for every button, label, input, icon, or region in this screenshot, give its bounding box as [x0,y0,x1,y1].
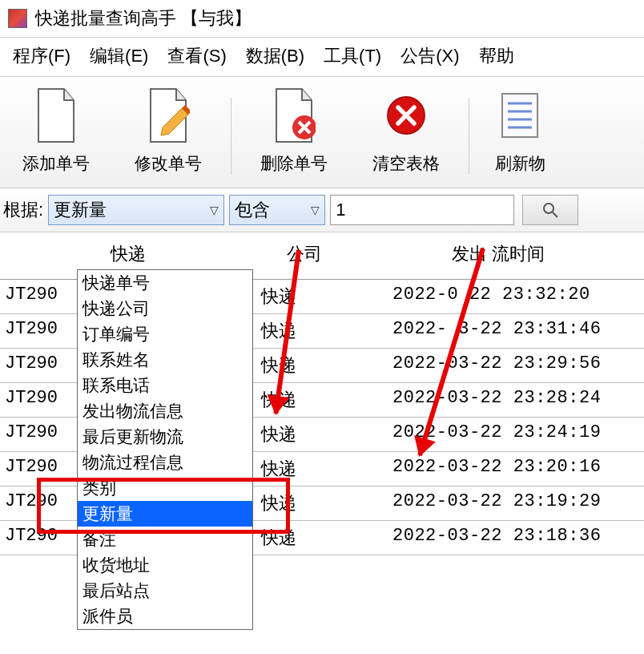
dropdown-item[interactable]: 收货地址 [78,552,252,578]
dropdown-item[interactable]: 派件员 [78,604,252,629]
menu-help[interactable]: 帮助 [474,42,519,70]
dropdown-item[interactable]: 联系姓名 [78,347,252,373]
cell-company: 快递 [256,319,352,343]
cell-company: 快递 [256,353,352,377]
filter-field-combo[interactable]: 更新量 ▽ [48,195,224,225]
btn-edit-label: 修改单号 [135,152,202,175]
th-company[interactable]: 公司 [256,242,352,266]
filter-bar: 根据: 更新量 ▽ 包含 ▽ [0,188,644,232]
cell-company: 快递 [256,491,352,515]
title-bar: 快递批量查询高手 【与我】 [0,0,644,37]
search-button[interactable] [522,195,578,225]
toolbar-separator-2 [469,98,469,175]
dropdown-item[interactable]: 更新量 [78,501,252,527]
filter-field-dropdown[interactable]: 快递单号快递公司订单编号联系姓名联系电话发出物流信息最后更新物流物流过程信息类别… [77,269,253,630]
svg-line-9 [553,212,557,217]
dropdown-item[interactable]: 订单编号 [78,321,252,347]
dropdown-item[interactable]: 类别 [78,475,252,501]
refresh-icon [494,83,545,147]
cell-company: 快递 [256,457,352,481]
svg-rect-3 [502,94,537,137]
dropdown-item[interactable]: 联系电话 [78,373,252,398]
menu-data[interactable]: 数据(B) [241,42,309,70]
dropdown-item[interactable]: 快递公司 [78,296,252,321]
cell-company: 快递 [256,422,352,446]
dropdown-item[interactable]: 最后更新物流 [78,424,252,450]
app-title: 快递批量查询高手 【与我】 [35,6,252,30]
clear-icon [380,83,432,147]
btn-add-order[interactable]: 添加单号 [0,83,112,175]
menu-program[interactable]: 程序(F) [8,42,75,70]
filter-field-value: 更新量 [54,198,107,222]
menu-edit[interactable]: 编辑(E) [85,42,153,70]
search-icon [542,202,558,218]
cell-company: 快递 [256,388,352,412]
cell-time: 2022- 3-22 23:31:46 [352,319,644,343]
btn-clear-label: 清空表格 [372,152,440,175]
btn-delete-label: 删除单号 [260,152,328,175]
cell-time: 2022-03-22 23:20:16 [352,457,644,481]
chevron-down-icon: ▽ [311,204,320,216]
toolbar-separator [231,98,231,175]
cell-time: 2022-03-22 23:19:29 [352,491,644,515]
chevron-down-icon: ▽ [210,204,219,216]
menu-bar: 程序(F) 编辑(E) 查看(S) 数据(B) 工具(T) 公告(X) 帮助 [0,37,644,76]
menu-view[interactable]: 查看(S) [163,42,231,70]
filter-text-input[interactable] [330,195,514,225]
btn-refresh[interactable]: 刷新物 [476,83,564,175]
filter-op-value: 包含 [235,198,270,222]
btn-clear-table[interactable]: 清空表格 [350,83,462,175]
btn-refresh-label: 刷新物 [495,152,545,175]
dropdown-item[interactable]: 物流过程信息 [78,450,252,475]
cell-company: 快递 [256,285,352,309]
dropdown-item[interactable]: 备注 [78,527,252,552]
menu-notice[interactable]: 公告(X) [396,42,464,70]
app-icon [8,9,27,28]
page-add-icon [30,83,82,147]
cell-time: 2022-03-22 23:28:24 [352,388,644,412]
dropdown-item[interactable]: 快递单号 [78,270,252,296]
th-id[interactable]: 快递 [0,242,256,266]
btn-delete-order[interactable]: 删除单号 [238,83,350,175]
th-time[interactable]: 发出 流时间 [352,242,644,266]
dropdown-item[interactable]: 最后站点 [78,578,252,604]
filter-op-combo[interactable]: 包含 ▽ [229,195,325,225]
cell-company: 快递 [256,526,352,550]
cell-time: 2022-0 22 23:32:20 [352,285,644,309]
page-delete-icon [268,83,320,147]
cell-time: 2022-03-22 23:29:56 [352,353,644,377]
dropdown-item[interactable]: 发出物流信息 [78,398,252,424]
toolbar: 添加单号 修改单号 删除单号 清空表格 刷新物 [0,76,644,188]
btn-edit-order[interactable]: 修改单号 [112,83,224,175]
cell-time: 2022-03-22 23:24:19 [352,422,644,446]
cell-time: 2022-03-22 23:18:36 [352,526,644,550]
svg-point-8 [544,204,553,213]
menu-tools[interactable]: 工具(T) [319,42,386,70]
btn-add-label: 添加单号 [22,152,90,175]
page-edit-icon [143,83,194,147]
filter-label: 根据: [3,198,43,222]
